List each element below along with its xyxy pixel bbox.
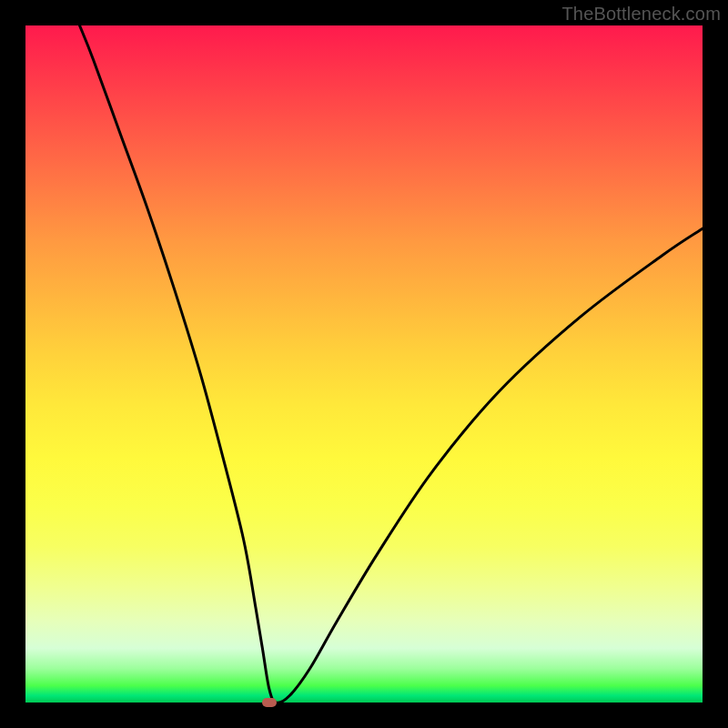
gradient-plot-area: [25, 25, 703, 703]
watermark-text: TheBottleneck.com: [561, 4, 721, 25]
